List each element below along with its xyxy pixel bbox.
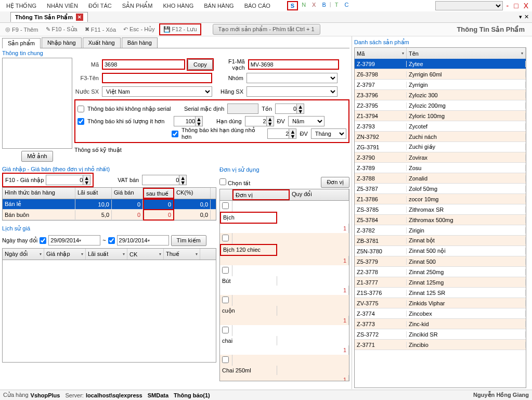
product-row[interactable]: Z-3782Zirigin [355,225,526,236]
tab-close-icon[interactable]: ✕ [76,14,83,21]
qty-spin[interactable]: ▲▼ [174,116,203,126]
product-row[interactable]: Z-3790Zovirax [355,152,526,163]
delete-button[interactable]: ✖F11 - Xóa [82,24,119,34]
date-to[interactable]: 29/10/2014▾ [117,235,169,246]
expless-spin[interactable]: ▲▼ [267,128,296,139]
product-row[interactable]: ZV-3775Zinkids Viphar [355,298,526,308]
donvi-button[interactable]: Đơn vị [321,177,349,188]
hangsx-select[interactable] [246,86,338,97]
product-row[interactable]: Z-3773Zinc-kid [355,319,526,329]
letter-x[interactable]: X [309,1,318,10]
vatban-spin[interactable]: ▲▼ [142,175,187,185]
unit-row[interactable]: chai1 [220,325,349,355]
add-button[interactable]: ◎F9 - Thêm [2,24,42,34]
tab-nhaphang[interactable]: Nhập hàng [42,37,82,48]
product-row[interactable]: Z1-3777Zinnat 125mg [355,277,526,288]
chk-noserial[interactable] [77,106,84,112]
letter-n[interactable]: N [299,1,308,10]
unit-row[interactable]: cuộn1 [220,295,349,325]
menu-system[interactable]: HỆ THỐNG [2,2,41,10]
product-row[interactable]: Z-3789Zosu [355,163,526,173]
hdr-laisuat2[interactable]: Lãi suất▾ [86,249,127,260]
unit-row[interactable]: Bịch1 [220,201,349,233]
hdr-ngaydoi[interactable]: Ngày đổi▾ [3,249,44,260]
tab-sanpham[interactable]: Sản phẩm [2,38,41,48]
product-row[interactable]: Z2-3778Zinnat 250mg [355,267,526,277]
menu-staff[interactable]: NHÂN VIÊN [43,2,82,10]
serialdef-input[interactable] [227,104,258,114]
handung-unit[interactable]: Năm [288,116,325,126]
top-combo[interactable] [435,1,503,10]
ma-input[interactable] [102,59,185,70]
letter-s[interactable]: S [287,1,298,10]
chk-date2[interactable] [108,237,115,244]
minimize-icon[interactable]: - [505,2,511,10]
cancel-button[interactable]: ↶Esc - Hủy [120,24,158,34]
product-row[interactable]: Z5-3779Zinnat 500 [355,256,526,267]
product-row[interactable]: Z-3788Zonalid [355,173,526,184]
unit-row[interactable]: Bịch 120 chiec1 [220,233,349,265]
tab-banhang[interactable]: Bán hàng [122,37,158,48]
product-row[interactable]: Z5N-3780Zinnat 500 nội [355,246,526,256]
product-row[interactable]: Z-3799Zytee [355,59,526,69]
open-image-button[interactable]: Mở ảnh [21,151,53,162]
menu-warehouse[interactable]: KHO HÀNG [159,2,198,10]
letter-t[interactable]: T [332,1,341,10]
product-row[interactable]: Z2-3795Zylozic 200mg [355,100,526,111]
hdr-sauthue[interactable]: sau thuế [143,188,174,199]
ten-input[interactable] [102,73,212,83]
hdr-giaban[interactable]: Giá bán [112,188,143,199]
product-row[interactable]: Z3-3796Zylozic 300 [355,90,526,100]
copy-button[interactable]: Copy [188,59,213,70]
status-notif[interactable]: Thông báo(1) [174,392,210,398]
price-row[interactable]: Bán lẻ10,0000,0 [3,199,216,210]
hdr-donvi[interactable]: Đơn vị [232,189,290,200]
product-row[interactable]: ZS-3785Zithromax SR [355,204,526,215]
mavach-input[interactable] [248,59,339,70]
product-row[interactable]: Z-3771Zincibio [355,340,526,350]
close-all-icon[interactable]: ✕ [524,14,529,20]
nuocsx-select[interactable]: Việt Nam [102,86,212,97]
hdr-thue[interactable]: Thuế▾ [164,249,200,260]
hdr-ck[interactable]: CK(%) [174,188,211,199]
chk-chontat[interactable] [219,178,226,185]
nhom-select[interactable] [246,73,338,83]
product-row[interactable]: Z6-3798Zyrrigin 60ml [355,69,526,80]
product-row[interactable]: Z1-3786zocor 10mg [355,194,526,204]
edit-button[interactable]: ✎F10 - Sửa [43,24,81,34]
save-button[interactable]: 💾F12 - Lưu [159,23,201,35]
letter-b[interactable]: B [319,1,328,10]
product-row[interactable]: ZG-3791Zuchi giầy [355,142,526,152]
expless-unit[interactable]: Tháng [311,128,346,139]
unit-row[interactable]: Bút1 [220,265,349,295]
hdr-gianhap[interactable]: Giá nhập▾ [44,249,86,260]
menu-product[interactable]: SẢN PHẨM [118,2,157,10]
pin-icon[interactable]: ▾ [519,14,522,20]
hdr-laisuat[interactable]: Lãi suất [75,188,112,199]
price-row[interactable]: Bán buôn5,0000,0 [3,210,216,220]
product-row[interactable]: Z-3774Zincobex [355,308,526,319]
hdr-ma[interactable]: Mã▾ [355,48,407,59]
product-row[interactable]: Z1-3794Zyloric 100mg [355,111,526,121]
handung-spin[interactable]: ▲▼ [245,116,274,126]
hdr-quydoi[interactable]: Quy đổi [290,189,349,200]
close-icon[interactable]: X [522,2,530,10]
product-row[interactable]: ZB-3781Zinnat bột [355,236,526,246]
hdr-hinhthuc[interactable]: Hình thức bán hàng [3,188,75,199]
chk-qtyless[interactable] [77,118,84,125]
hdr-ten[interactable]: Tên▾ [407,48,526,59]
search-button[interactable]: Tìm kiếm [171,235,206,246]
unit-row[interactable]: Chai 250ml1 [220,355,349,381]
tab-xuathang[interactable]: Xuất hàng [83,37,121,48]
product-row[interactable]: Z1S-3776Zinnat 125 SR [355,288,526,298]
maximize-icon[interactable]: □ [512,2,520,10]
hdr-ck2[interactable]: CK▾ [127,249,164,260]
product-row[interactable]: ZN-3792Zuchi nách [355,132,526,142]
letter-c[interactable]: C [342,1,351,10]
product-row[interactable]: ZS-3772Zincikid SR [355,329,526,340]
product-row[interactable]: Z5-3787Zolof 50mg [355,184,526,194]
product-row[interactable]: Z-3793Zycotef [355,121,526,132]
ton-spin[interactable]: ▲▼ [275,104,304,114]
menu-partner[interactable]: ĐỐI TÁC [84,2,116,10]
gianhap-spin[interactable]: ▲▼ [46,175,90,185]
